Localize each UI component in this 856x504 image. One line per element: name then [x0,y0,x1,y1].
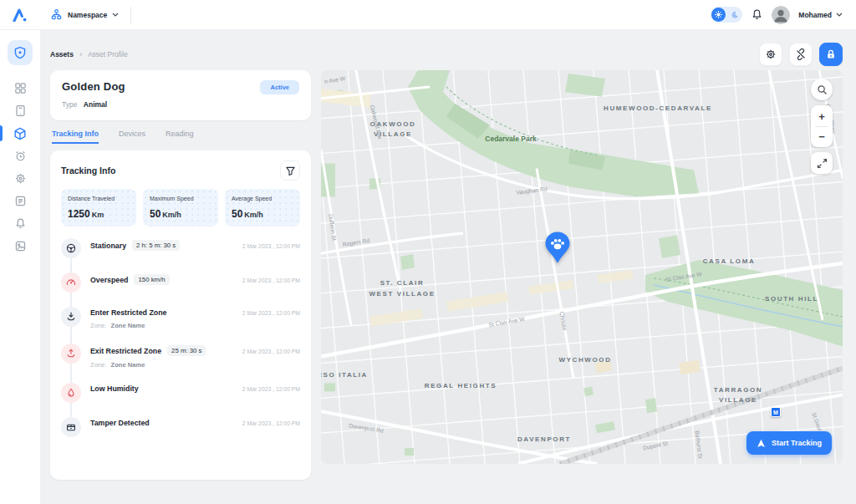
namespace-selector[interactable]: Namespace [40,8,130,21]
tab-devices[interactable]: Devices [119,130,145,144]
image-icon [14,240,27,252]
filter-funnel-icon [285,165,296,176]
tracking-info-card: Tracking Info Distance Traveled 1250Km [50,150,311,480]
filter-button[interactable] [280,160,300,181]
stat-unit: Km/h [162,211,181,219]
event-badge: 25 m: 30 s [167,345,206,356]
stat-distance: Distance Traveled 1250Km [61,189,136,227]
app: Namespace [0,0,856,504]
tab-tracking-info[interactable]: Tracking Info [52,130,99,144]
zone-value: Zone Name [111,322,145,329]
stat-label: Maximum Speed [150,196,211,201]
asset-name: Golden Dog [62,80,125,93]
event-title: Stationary [90,242,126,250]
map-zoom-control: + − [811,105,833,147]
stat-max-speed: Maximum Speed 50Km/h [143,189,218,227]
stat-value: 1250 [68,208,90,220]
humidity-drop-icon [61,383,81,403]
namespace-icon [50,8,63,21]
breadcrumb-current: Asset Profile [88,50,128,59]
start-tracking-button[interactable]: Start Tracking [746,431,832,455]
bell-icon [14,217,27,230]
event-title: Overspeed [90,276,128,284]
main-content: Assets › Asset Profile [40,30,856,504]
sidebar-item-notifications[interactable] [0,212,40,235]
gear-icon [765,48,777,60]
stat-value: 50 [232,208,242,220]
app-logo[interactable] [0,8,40,22]
stat-unit: Km [92,211,104,219]
avatar[interactable] [772,6,790,24]
zoom-in-button[interactable]: + [811,107,833,125]
sidebar-item-alarms[interactable] [0,145,40,167]
breadcrumb-assets[interactable]: Assets [50,50,74,59]
map-canvas [321,70,843,464]
event-timeline: Stationary 2 h: 5 m: 30 s 2 Mar 2023 , 1… [61,238,300,437]
gear-icon [14,172,27,185]
zone-enter-icon [61,307,81,327]
zone-label: Zone: [90,361,106,369]
stat-avg-speed: Average Speed 50Km/h [225,189,300,227]
stat-unit: Km/h [244,211,263,219]
subway-station-badge[interactable]: M [771,407,781,417]
user-menu[interactable]: Mohamed [798,11,843,19]
dark-mode-icon[interactable] [727,8,741,22]
asset-panel: Golden Dog Active Type Animal Tracking I… [50,70,311,480]
event-timestamp: 2 Mar 2023 , 12:00 PM [242,242,300,249]
event-timestamp: 2 Mar 2023 , 12:00 PM [242,420,300,426]
tracking-title: Tracking Info [61,165,115,176]
unlink-button[interactable] [789,43,813,66]
asset-cube-icon [13,127,27,140]
zoom-out-button[interactable]: − [811,127,833,145]
event-stationary[interactable]: Stationary 2 h: 5 m: 30 s 2 Mar 2023 , 1… [61,238,300,258]
stat-value: 50 [150,208,160,220]
event-badge: 2 h: 5 m: 30 s [132,240,180,251]
speedometer-icon [61,272,81,293]
chevron-down-icon [112,13,119,17]
sidebar-item-gallery[interactable] [0,235,40,257]
event-title: Exit Restricted Zone [90,347,161,355]
sidebar-item-dashboard[interactable] [0,77,40,99]
event-enter-restricted-zone[interactable]: Enter Restricted Zone 2 Mar 2023 , 12:00… [61,307,300,329]
map[interactable]: HUMEWOOD-CEDARVALE OAKWOOD VILLAGE Cedar… [321,70,843,464]
light-mode-icon[interactable] [711,8,726,22]
topbar: Namespace [0,0,856,30]
event-overspeed[interactable]: Overspeed 150 km/h 2 Mar 2023 , 12:00 PM [61,272,300,293]
shield-icon [13,46,27,59]
chevron-down-icon [836,13,843,17]
settings-button[interactable] [759,43,782,66]
map-fullscreen-button[interactable] [811,152,833,174]
sidebar-item-devices[interactable] [0,99,40,122]
event-exit-restricted-zone[interactable]: Exit Restricted Zone 25 m: 30 s 2 Mar 20… [61,344,300,369]
tab-reading[interactable]: Reading [166,130,194,144]
event-tamper-detected[interactable]: Tamper Detected 2 Mar 2023 , 12:00 PM [61,417,300,437]
event-low-humidity[interactable]: Low Humidity 2 Mar 2023 , 12:00 PM [61,383,300,403]
device-tablet-icon [14,104,27,117]
namespace-label: Namespace [68,11,107,19]
zone-exit-icon [61,344,81,364]
asset-paw-marker[interactable] [543,231,572,264]
theme-toggle[interactable] [711,7,742,23]
map-search-button[interactable] [811,79,833,100]
report-document-icon [14,195,27,207]
logo-icon [13,8,28,22]
sidebar-item-reports[interactable] [0,190,40,212]
tabs: Tracking Info Devices Reading [52,130,309,144]
sidebar-item-security[interactable] [8,40,33,65]
event-timestamp: 2 Mar 2023 , 12:00 PM [242,309,300,316]
event-title: Low Humidity [90,384,139,393]
event-title: Tamper Detected [90,419,150,427]
status-badge: Active [260,80,299,94]
lock-icon [825,48,837,60]
sidebar-item-settings[interactable] [0,167,40,190]
unlink-icon [795,48,807,60]
zone-label: Zone: [90,322,106,329]
notifications-bell-icon[interactable] [751,8,763,21]
sidebar-item-assets[interactable] [0,122,40,145]
asset-type-label: Type [62,100,77,109]
sidebar [0,30,40,504]
zone-value: Zone Name [111,361,145,369]
expand-icon [817,158,828,169]
lock-button[interactable] [819,43,843,66]
event-timestamp: 2 Mar 2023 , 12:00 PM [242,277,300,283]
